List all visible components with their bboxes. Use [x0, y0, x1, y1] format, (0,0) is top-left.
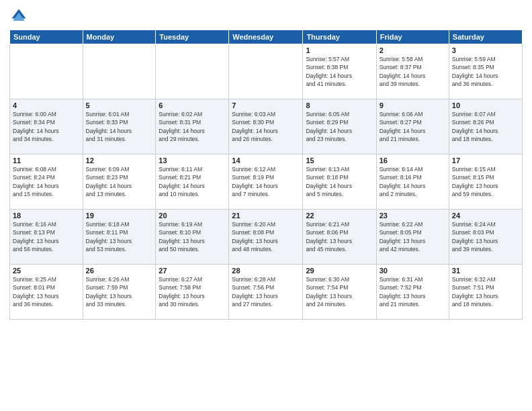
calendar-cell: 11Sunrise: 6:08 AM Sunset: 8:24 PM Dayli… — [10, 154, 83, 210]
calendar-cell: 20Sunrise: 6:19 AM Sunset: 8:10 PM Dayli… — [156, 210, 229, 265]
calendar-cell: 5Sunrise: 6:01 AM Sunset: 8:33 PM Daylig… — [83, 99, 156, 154]
calendar-cell: 14Sunrise: 6:12 AM Sunset: 8:19 PM Dayli… — [229, 154, 303, 210]
calendar-table: SundayMondayTuesdayWednesdayThursdayFrid… — [9, 30, 523, 320]
day-number: 29 — [306, 267, 373, 275]
calendar-week-1: 1Sunrise: 5:57 AM Sunset: 8:38 PM Daylig… — [10, 44, 523, 99]
calendar-cell: 26Sunrise: 6:26 AM Sunset: 7:59 PM Dayli… — [83, 265, 156, 320]
weekday-header-sunday: Sunday — [10, 30, 83, 44]
day-detail: Sunrise: 6:16 AM Sunset: 8:13 PM Dayligh… — [13, 220, 80, 253]
weekday-header-friday: Friday — [376, 30, 449, 44]
calendar-cell: 8Sunrise: 6:05 AM Sunset: 8:29 PM Daylig… — [303, 99, 376, 154]
day-detail: Sunrise: 6:09 AM Sunset: 8:23 PM Dayligh… — [86, 165, 153, 198]
calendar-cell: 30Sunrise: 6:31 AM Sunset: 7:52 PM Dayli… — [376, 265, 449, 320]
day-number: 15 — [306, 156, 373, 165]
day-detail: Sunrise: 6:24 AM Sunset: 8:03 PM Dayligh… — [452, 220, 519, 253]
day-detail: Sunrise: 6:19 AM Sunset: 8:10 PM Dayligh… — [159, 220, 226, 253]
day-detail: Sunrise: 6:28 AM Sunset: 7:56 PM Dayligh… — [232, 275, 300, 308]
calendar-cell: 23Sunrise: 6:22 AM Sunset: 8:05 PM Dayli… — [376, 210, 449, 265]
calendar-week-5: 25Sunrise: 6:25 AM Sunset: 8:01 PM Dayli… — [10, 265, 523, 320]
calendar-cell: 1Sunrise: 5:57 AM Sunset: 8:38 PM Daylig… — [303, 44, 376, 99]
day-number: 17 — [452, 156, 519, 165]
day-number: 6 — [159, 101, 226, 109]
calendar-cell: 21Sunrise: 6:20 AM Sunset: 8:08 PM Dayli… — [229, 210, 303, 265]
weekday-header-wednesday: Wednesday — [229, 30, 303, 44]
day-detail: Sunrise: 6:12 AM Sunset: 8:19 PM Dayligh… — [232, 165, 300, 198]
day-detail: Sunrise: 6:20 AM Sunset: 8:08 PM Dayligh… — [232, 220, 300, 253]
day-detail: Sunrise: 6:32 AM Sunset: 7:51 PM Dayligh… — [452, 275, 519, 308]
day-number: 30 — [380, 267, 446, 275]
calendar-cell — [156, 44, 229, 99]
calendar-cell: 16Sunrise: 6:14 AM Sunset: 8:16 PM Dayli… — [376, 154, 449, 210]
calendar-cell: 15Sunrise: 6:13 AM Sunset: 8:18 PM Dayli… — [303, 154, 376, 210]
calendar-cell: 10Sunrise: 6:07 AM Sunset: 8:26 PM Dayli… — [449, 99, 522, 154]
day-detail: Sunrise: 5:58 AM Sunset: 8:37 PM Dayligh… — [380, 55, 446, 88]
day-detail: Sunrise: 6:00 AM Sunset: 8:34 PM Dayligh… — [13, 110, 80, 143]
day-number: 22 — [306, 212, 373, 220]
day-number: 3 — [452, 46, 519, 54]
calendar-cell: 24Sunrise: 6:24 AM Sunset: 8:03 PM Dayli… — [449, 210, 522, 265]
calendar-cell: 28Sunrise: 6:28 AM Sunset: 7:56 PM Dayli… — [229, 265, 303, 320]
day-detail: Sunrise: 6:02 AM Sunset: 8:31 PM Dayligh… — [159, 110, 226, 143]
calendar-cell: 9Sunrise: 6:06 AM Sunset: 8:27 PM Daylig… — [376, 99, 449, 154]
day-detail: Sunrise: 6:07 AM Sunset: 8:26 PM Dayligh… — [452, 110, 519, 143]
day-detail: Sunrise: 6:06 AM Sunset: 8:27 PM Dayligh… — [380, 110, 446, 143]
day-number: 19 — [86, 212, 153, 220]
day-number: 9 — [380, 101, 446, 109]
page: SundayMondayTuesdayWednesdayThursdayFrid… — [0, 0, 532, 411]
calendar-cell: 3Sunrise: 5:59 AM Sunset: 8:35 PM Daylig… — [449, 44, 522, 99]
calendar-cell: 29Sunrise: 6:30 AM Sunset: 7:54 PM Dayli… — [303, 265, 376, 320]
day-detail: Sunrise: 5:59 AM Sunset: 8:35 PM Dayligh… — [452, 55, 519, 88]
day-number: 2 — [380, 46, 446, 54]
calendar-cell: 31Sunrise: 6:32 AM Sunset: 7:51 PM Dayli… — [449, 265, 522, 320]
day-number: 20 — [159, 212, 226, 220]
calendar-week-4: 18Sunrise: 6:16 AM Sunset: 8:13 PM Dayli… — [10, 210, 523, 265]
calendar-cell: 25Sunrise: 6:25 AM Sunset: 8:01 PM Dayli… — [10, 265, 83, 320]
day-number: 25 — [13, 267, 80, 275]
logo-icon — [9, 7, 28, 26]
day-detail: Sunrise: 6:26 AM Sunset: 7:59 PM Dayligh… — [86, 275, 153, 308]
day-detail: Sunrise: 6:05 AM Sunset: 8:29 PM Dayligh… — [306, 110, 373, 143]
calendar-cell: 12Sunrise: 6:09 AM Sunset: 8:23 PM Dayli… — [83, 154, 156, 210]
day-detail: Sunrise: 6:15 AM Sunset: 8:15 PM Dayligh… — [452, 165, 519, 198]
calendar-week-2: 4Sunrise: 6:00 AM Sunset: 8:34 PM Daylig… — [10, 99, 523, 154]
day-detail: Sunrise: 6:18 AM Sunset: 8:11 PM Dayligh… — [86, 220, 153, 253]
weekday-header-saturday: Saturday — [449, 30, 522, 44]
day-detail: Sunrise: 6:27 AM Sunset: 7:58 PM Dayligh… — [159, 275, 226, 308]
day-number: 7 — [232, 101, 300, 109]
day-number: 24 — [452, 212, 519, 220]
day-detail: Sunrise: 5:57 AM Sunset: 8:38 PM Dayligh… — [306, 55, 373, 88]
day-detail: Sunrise: 6:25 AM Sunset: 8:01 PM Dayligh… — [13, 275, 80, 308]
day-detail: Sunrise: 6:03 AM Sunset: 8:30 PM Dayligh… — [232, 110, 300, 143]
day-number: 14 — [232, 156, 300, 165]
weekday-header-tuesday: Tuesday — [156, 30, 229, 44]
calendar-cell: 2Sunrise: 5:58 AM Sunset: 8:37 PM Daylig… — [376, 44, 449, 99]
day-detail: Sunrise: 6:21 AM Sunset: 8:06 PM Dayligh… — [306, 220, 373, 253]
calendar-cell: 18Sunrise: 6:16 AM Sunset: 8:13 PM Dayli… — [10, 210, 83, 265]
day-detail: Sunrise: 6:14 AM Sunset: 8:16 PM Dayligh… — [380, 165, 446, 198]
day-number: 21 — [232, 212, 300, 220]
day-number: 5 — [86, 101, 153, 109]
day-number: 31 — [452, 267, 519, 275]
calendar-header-row: SundayMondayTuesdayWednesdayThursdayFrid… — [10, 30, 523, 44]
day-detail: Sunrise: 6:30 AM Sunset: 7:54 PM Dayligh… — [306, 275, 373, 308]
calendar-cell: 4Sunrise: 6:00 AM Sunset: 8:34 PM Daylig… — [10, 99, 83, 154]
day-number: 18 — [13, 212, 80, 220]
day-detail: Sunrise: 6:08 AM Sunset: 8:24 PM Dayligh… — [13, 165, 80, 198]
calendar-cell: 17Sunrise: 6:15 AM Sunset: 8:15 PM Dayli… — [449, 154, 522, 210]
calendar-cell: 22Sunrise: 6:21 AM Sunset: 8:06 PM Dayli… — [303, 210, 376, 265]
calendar-cell: 27Sunrise: 6:27 AM Sunset: 7:58 PM Dayli… — [156, 265, 229, 320]
day-number: 13 — [159, 156, 226, 165]
calendar-cell — [10, 44, 83, 99]
weekday-header-monday: Monday — [83, 30, 156, 44]
calendar-cell: 13Sunrise: 6:11 AM Sunset: 8:21 PM Dayli… — [156, 154, 229, 210]
calendar-cell: 19Sunrise: 6:18 AM Sunset: 8:11 PM Dayli… — [83, 210, 156, 265]
header — [9, 7, 523, 26]
day-detail: Sunrise: 6:13 AM Sunset: 8:18 PM Dayligh… — [306, 165, 373, 198]
day-number: 11 — [13, 156, 80, 165]
day-number: 27 — [159, 267, 226, 275]
day-number: 28 — [232, 267, 300, 275]
day-detail: Sunrise: 6:01 AM Sunset: 8:33 PM Dayligh… — [86, 110, 153, 143]
day-number: 12 — [86, 156, 153, 165]
day-number: 23 — [380, 212, 446, 220]
calendar-cell: 7Sunrise: 6:03 AM Sunset: 8:30 PM Daylig… — [229, 99, 303, 154]
